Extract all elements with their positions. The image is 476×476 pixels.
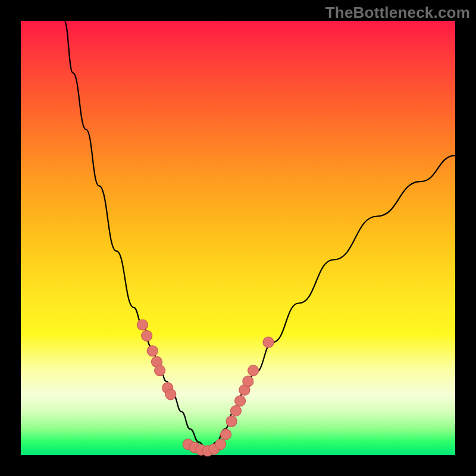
data-point — [235, 396, 246, 406]
data-points — [137, 320, 274, 456]
data-point — [248, 365, 259, 376]
data-point — [142, 330, 152, 341]
data-point — [147, 346, 158, 356]
chart-svg — [21, 21, 455, 455]
curve-left-branch — [64, 21, 208, 451]
data-point — [215, 439, 226, 450]
data-point — [226, 416, 237, 427]
data-point — [165, 389, 176, 400]
curve-right-branch — [208, 155, 455, 450]
data-point — [137, 320, 148, 330]
data-point — [243, 376, 253, 387]
data-point — [230, 406, 241, 416]
data-point — [263, 337, 274, 347]
watermark-text: TheBottleneck.com — [325, 4, 470, 22]
data-point — [155, 365, 165, 376]
data-point — [221, 429, 231, 440]
bottleneck-curve — [64, 21, 455, 451]
